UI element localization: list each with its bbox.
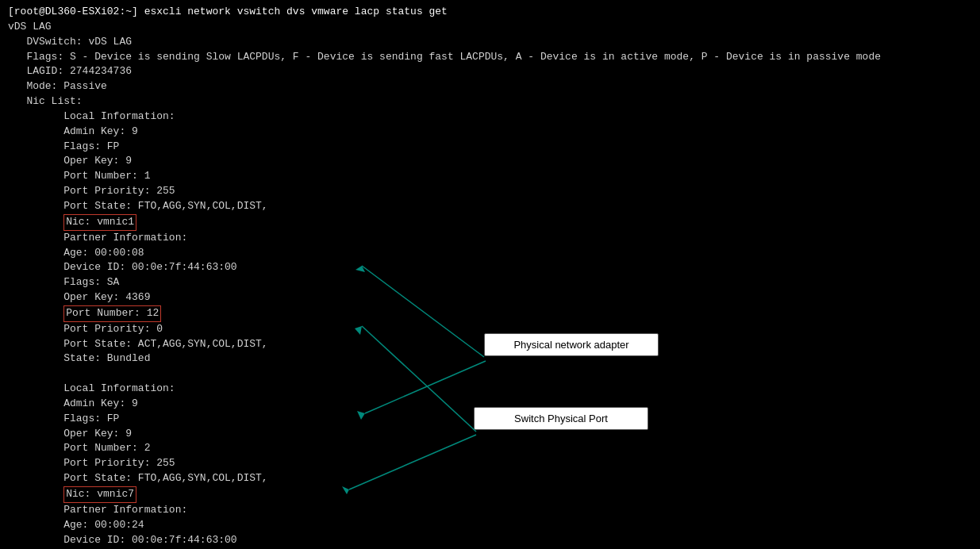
line-operkey1: Oper Key: 9 (8, 154, 972, 169)
line-nic7: Nic: vmnic7 (8, 486, 972, 503)
line-partner2: Partner Information: (8, 503, 972, 518)
line-portstate2: Port State: FTO,AGG,SYN,COL,DIST, (8, 471, 972, 486)
line-flagsA1: Flags: SA (8, 275, 972, 290)
portnum12-box: Port Number: 12 (63, 305, 161, 322)
nic1-box: Nic: vmnic1 (63, 214, 136, 231)
line-deviceid1: Device ID: 00:0e:7f:44:63:00 (8, 260, 972, 275)
line-flags: Flags: S - Device is sending Slow LACPDU… (8, 50, 972, 65)
line-partner1: Partner Information: (8, 231, 972, 246)
terminal: [root@DL360-ESXi02:~] esxcli network vsw… (0, 0, 980, 549)
prompt-text: [root@DL360-ESXi02:~] (8, 6, 138, 17)
command-text: esxcli network vswitch dvs vmware lacp s… (138, 6, 448, 17)
line-flags1: Flags: FP (8, 140, 972, 155)
line-vds: vDS LAG (8, 20, 972, 35)
line-blank1 (8, 367, 972, 382)
line-operkeyA1: Oper Key: 4369 (8, 290, 972, 305)
line-portpri1: Port Priority: 255 (8, 184, 972, 199)
line-portnum2: Port Number: 2 (8, 441, 972, 456)
switch-port-label: Switch Physical Port (514, 413, 608, 424)
line-mode: Mode: Passive (8, 79, 972, 94)
line-lagid: LAGID: 2744234736 (8, 64, 972, 79)
line-portstate1: Port State: FTO,AGG,SYN,COL,DIST, (8, 199, 972, 214)
line-niclist: Nic List: (8, 94, 972, 109)
line-local1: Local Information: (8, 109, 972, 125)
line-deviceid2: Device ID: 00:0e:7f:44:63:00 (8, 533, 972, 548)
switch-port-annotation: Switch Physical Port (474, 407, 648, 430)
line-adminkey1: Admin Key: 9 (8, 125, 972, 140)
line-portpri2: Port Priority: 255 (8, 456, 972, 471)
line-age2: Age: 00:00:24 (8, 518, 972, 533)
line-portnum1: Port Number: 1 (8, 169, 972, 184)
line-nic1: Nic: vmnic1 (8, 214, 972, 231)
line-local2: Local Information: (8, 382, 972, 397)
nic7-box: Nic: vmnic7 (63, 486, 136, 503)
line-dvswitch: DVSwitch: vDS LAG (8, 35, 972, 50)
line-portnum12: Port Number: 12 (8, 305, 972, 322)
prompt-line: [root@DL360-ESXi02:~] esxcli network vsw… (8, 5, 972, 20)
physical-adapter-label: Physical network adapter (513, 339, 628, 351)
line-age1: Age: 00:00:08 (8, 246, 972, 261)
physical-adapter-annotation: Physical network adapter (484, 333, 659, 356)
